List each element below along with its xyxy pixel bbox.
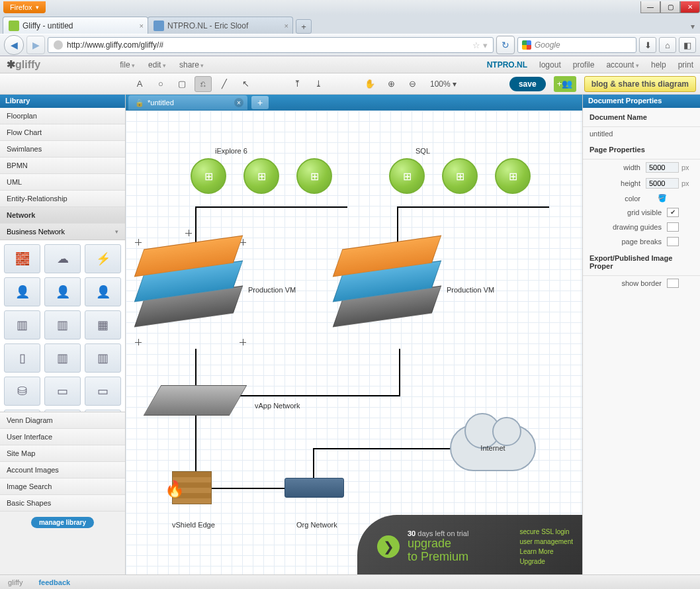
pan-tool[interactable]: ✋	[361, 76, 378, 92]
tab-close-icon[interactable]: ×	[140, 22, 144, 30]
browser-tab-gliffy[interactable]: Gliffy - untitled ×	[3, 17, 148, 34]
circle-tool[interactable]: ○	[152, 76, 169, 92]
vm-node[interactable]	[296, 158, 332, 194]
vshield-firewall[interactable]	[172, 471, 212, 504]
lib-cat-basic[interactable]: Basic Shapes	[0, 495, 125, 512]
tab-overflow-icon[interactable]: ▾	[685, 19, 700, 34]
print-link[interactable]: print	[678, 60, 693, 69]
trial-link-ssl[interactable]: secure SSL login	[519, 527, 573, 537]
footer-feedback[interactable]: feedback	[38, 578, 70, 586]
browser-tab-ntpro[interactable]: NTPRO.NL - Eric Sloof ×	[148, 17, 293, 34]
grid-checkbox[interactable]	[667, 208, 679, 217]
back-button[interactable]: ◀	[4, 35, 24, 55]
pointer-tool[interactable]: ↖	[237, 76, 254, 92]
vm-node[interactable]	[389, 158, 425, 194]
add-document-button[interactable]: +	[251, 96, 269, 109]
send-back-tool[interactable]: ⤓	[310, 76, 327, 92]
diagram-canvas[interactable]: iExplore 6 SQL Application Operating Sys…	[126, 111, 582, 574]
lib-cat-floorplan[interactable]: Floorplan	[0, 108, 125, 124]
resize-handle[interactable]	[135, 239, 142, 246]
minimize-button[interactable]: —	[640, 1, 660, 13]
vm-node[interactable]	[191, 158, 226, 194]
lib-cat-flowchart[interactable]: Flow Chart	[0, 124, 125, 141]
zoom-out-tool[interactable]: ⊖	[404, 76, 421, 92]
addon-button[interactable]: ◧	[679, 37, 696, 53]
new-tab-button[interactable]: +	[296, 19, 312, 34]
trial-link-learn[interactable]: Learn More	[519, 547, 573, 557]
shape-cloud[interactable]: ☁	[44, 244, 81, 273]
profile-link[interactable]: profile	[573, 60, 595, 69]
logout-link[interactable]: logout	[539, 60, 561, 69]
vm-stack[interactable]: Application Operating System	[139, 243, 238, 329]
firefox-menu-button[interactable]: Firefox	[3, 1, 46, 13]
breaks-checkbox[interactable]	[667, 237, 679, 246]
tab-close-icon[interactable]: ×	[284, 22, 288, 30]
width-input[interactable]	[646, 162, 679, 173]
menu-share[interactable]: share	[179, 60, 204, 69]
lib-cat-imgsearch[interactable]: Image Search	[0, 478, 125, 495]
guides-checkbox[interactable]	[667, 222, 679, 232]
close-doc-icon[interactable]: ×	[234, 98, 243, 107]
zoom-level[interactable]: 100% ▾	[425, 79, 462, 89]
bring-front-tool[interactable]: ⤒	[288, 76, 306, 92]
connector-tool[interactable]: ⎌	[195, 76, 212, 92]
user-name[interactable]: NTPRO.NL	[487, 60, 527, 69]
lib-cat-venn[interactable]: Venn Diagram	[0, 412, 125, 429]
shape-firewall[interactable]: 🧱	[4, 244, 40, 273]
trial-link-users[interactable]: user management	[519, 537, 573, 547]
shape-user[interactable]: 👤	[4, 277, 40, 306]
reload-button[interactable]: ↻	[496, 36, 515, 54]
url-input[interactable]: http://www.gliffy.com/gliffy/# ☆ ▾	[48, 37, 494, 53]
maximize-button[interactable]: ▢	[660, 1, 680, 13]
vapp-switch[interactable]	[152, 385, 238, 416]
lib-cat-uml[interactable]: UML	[0, 174, 125, 191]
shape-switch[interactable]: ▭	[44, 377, 81, 406]
resize-handle[interactable]	[240, 339, 246, 345]
home-button[interactable]: ⌂	[659, 37, 676, 53]
resize-handle[interactable]	[135, 339, 142, 345]
trial-link-upgrade[interactable]: Upgrade	[519, 557, 573, 566]
save-button[interactable]: save	[509, 77, 546, 91]
shape-tower[interactable]: ▯	[4, 343, 40, 373]
shape-switch2[interactable]: ▭	[85, 377, 121, 406]
downloads-button[interactable]: ⬇	[639, 37, 656, 53]
forward-button[interactable]: ▶	[26, 36, 45, 54]
menu-edit[interactable]: edit	[148, 60, 166, 69]
lib-cat-ui[interactable]: User Interface	[0, 429, 125, 445]
lib-cat-swimlanes[interactable]: Swimlanes	[0, 141, 125, 158]
lib-subcategory[interactable]: Business Network	[0, 224, 125, 240]
shape-rack3[interactable]: ▥	[85, 343, 121, 373]
search-input[interactable]: Google	[517, 37, 636, 53]
lib-cat-er[interactable]: Entity-Relationship	[0, 191, 125, 207]
shape-server2[interactable]: ▥	[44, 310, 81, 340]
shape-user2[interactable]: 👤	[44, 277, 81, 306]
shape-user3[interactable]: 👤	[85, 277, 121, 306]
account-link[interactable]: account	[606, 60, 639, 69]
upgrade-arrow-icon[interactable]: ❯	[377, 535, 400, 558]
vm-node[interactable]	[243, 158, 279, 194]
org-network-switch[interactable]	[284, 478, 344, 498]
vm-node[interactable]	[442, 158, 478, 194]
add-collaborator-button[interactable]: +👥	[554, 76, 576, 92]
zoom-in-tool[interactable]: ⊕	[382, 76, 400, 92]
share-diagram-button[interactable]: blog & share this diagram	[584, 76, 696, 92]
line-tool[interactable]: ╱	[216, 76, 233, 92]
rect-tool[interactable]: ▢	[173, 76, 191, 92]
shape-rack[interactable]: ▦	[85, 310, 121, 340]
shape-lightning[interactable]: ⚡	[85, 244, 121, 273]
lib-cat-network[interactable]: Network	[0, 207, 125, 224]
vm-node[interactable]	[495, 158, 531, 194]
lib-cat-account[interactable]: Account Images	[0, 462, 125, 478]
border-checkbox[interactable]	[667, 279, 679, 288]
vm-stack[interactable]: Application Operating System	[337, 243, 437, 329]
document-tab[interactable]: 🔒 *untitled ×	[128, 95, 247, 110]
close-button[interactable]: ✕	[680, 1, 700, 13]
text-tool[interactable]: A	[131, 76, 148, 92]
shape-db[interactable]: ⛁	[4, 377, 40, 406]
lib-cat-sitemap[interactable]: Site Map	[0, 445, 125, 462]
manage-library-button[interactable]: manage library	[31, 517, 94, 528]
color-picker-icon[interactable]: 🪣	[646, 194, 679, 203]
resize-handle[interactable]	[185, 230, 192, 236]
height-input[interactable]	[646, 178, 679, 189]
lib-cat-bpmn[interactable]: BPMN	[0, 158, 125, 174]
